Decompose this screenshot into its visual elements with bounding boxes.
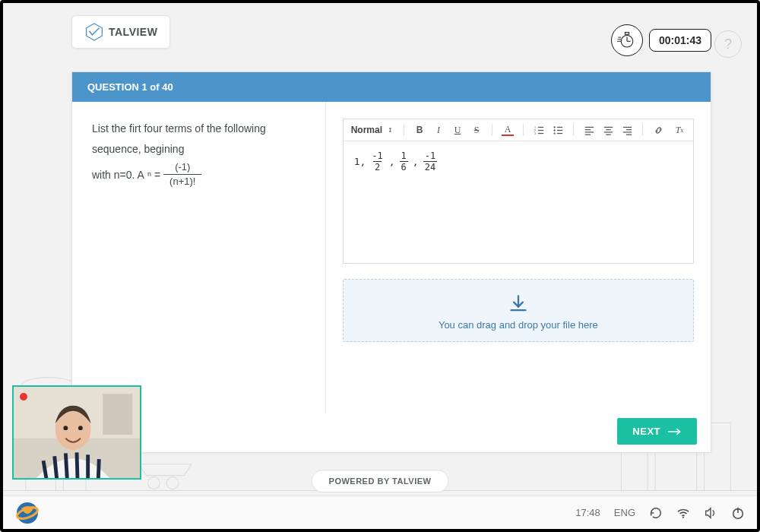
editor-toolbar: Normal B I U S A xyxy=(344,119,693,141)
svg-point-48 xyxy=(78,426,83,430)
svg-point-29 xyxy=(553,132,555,134)
taskbar: 17:48 ENG xyxy=(3,496,757,529)
svg-point-57 xyxy=(682,516,684,518)
taskbar-lang[interactable]: ENG xyxy=(614,507,635,518)
clear-format-button[interactable]: Tx xyxy=(673,124,686,136)
recording-indicator-icon xyxy=(20,393,27,401)
svg-rect-14 xyxy=(625,33,629,35)
answer-editor[interactable]: Normal B I U S A xyxy=(343,119,694,264)
prompt-line1: List the firt four terms of the followin… xyxy=(92,119,306,159)
powered-by-label: POWERED BY TALVIEW xyxy=(312,470,449,492)
svg-line-51 xyxy=(65,453,67,478)
align-left-button[interactable] xyxy=(583,124,595,136)
text-color-button[interactable]: A xyxy=(502,124,514,136)
align-center-button[interactable] xyxy=(602,124,614,136)
bullet-list-button[interactable] xyxy=(552,124,564,136)
svg-point-6 xyxy=(147,477,160,489)
svg-line-52 xyxy=(77,452,78,478)
download-icon xyxy=(508,293,529,315)
volume-icon[interactable] xyxy=(704,506,717,520)
svg-point-27 xyxy=(553,126,555,128)
align-right-button[interactable] xyxy=(621,124,633,136)
strike-button[interactable]: S xyxy=(470,124,483,136)
editor-textarea[interactable]: 1, -12 , 16 , -124 xyxy=(344,141,693,263)
italic-button[interactable]: I xyxy=(432,124,445,136)
timer: 00:01:43 xyxy=(611,24,711,56)
file-dropzone[interactable]: You can drag and drop your file here xyxy=(343,279,694,342)
bold-button[interactable]: B xyxy=(413,124,426,136)
browser-icon[interactable] xyxy=(15,501,40,525)
link-button[interactable] xyxy=(652,124,664,136)
stopwatch-icon xyxy=(611,24,643,56)
taskbar-time: 17:48 xyxy=(575,507,600,518)
svg-point-47 xyxy=(63,426,68,430)
formula-fraction: (-1) (n+1)! xyxy=(163,162,201,188)
brand-mark-icon xyxy=(84,22,104,42)
webcam-preview xyxy=(12,385,141,480)
svg-line-54 xyxy=(98,459,99,478)
svg-rect-45 xyxy=(103,394,132,435)
svg-point-28 xyxy=(553,129,555,131)
help-button[interactable]: ? xyxy=(714,30,742,58)
dropzone-text: You can drag and drop your file here xyxy=(351,319,686,331)
svg-text:3: 3 xyxy=(534,131,536,135)
question-header: QUESTION 1 of 40 xyxy=(72,72,711,102)
brand-name: TALVIEW xyxy=(109,26,157,38)
brand-logo: TALVIEW xyxy=(71,15,170,49)
svg-line-50 xyxy=(55,456,57,478)
timer-value: 00:01:43 xyxy=(649,29,711,52)
question-card: QUESTION 1 of 40 List the firt four term… xyxy=(71,71,711,453)
power-icon[interactable] xyxy=(731,506,745,520)
svg-marker-10 xyxy=(87,24,103,40)
question-prompt: List the firt four terms of the followin… xyxy=(72,102,326,413)
next-button[interactable]: NEXT xyxy=(617,418,697,445)
wifi-icon[interactable] xyxy=(676,506,690,520)
underline-button[interactable]: U xyxy=(451,124,464,136)
format-dropdown[interactable]: Normal xyxy=(351,125,394,135)
ordered-list-button[interactable]: 123 xyxy=(533,124,545,136)
refresh-icon[interactable] xyxy=(649,506,663,520)
svg-point-7 xyxy=(166,477,179,489)
